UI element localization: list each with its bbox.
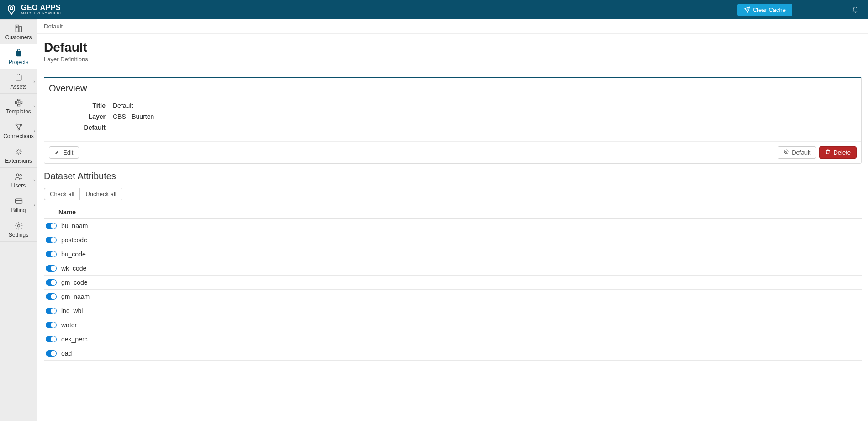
main-content: Default Default Layer Definitions Overvi… [37,19,868,421]
gear-icon [14,221,23,231]
paper-plane-icon [744,6,750,13]
attribute-row: bu_code [44,247,862,261]
delete-button[interactable]: Delete [819,146,857,159]
sidebar-item-connections[interactable]: Connections › [0,118,37,143]
page-header: Default Layer Definitions [37,34,868,69]
svg-rect-14 [15,199,22,203]
overview-label: Default [49,124,113,131]
sidebar-label: Projects [9,59,28,65]
sidebar-item-users[interactable]: Users › [0,168,37,192]
attribute-name: water [61,321,77,329]
attribute-toggle[interactable] [46,223,57,229]
sidebar-item-customers[interactable]: Customers [0,20,37,44]
attribute-toggle[interactable] [46,336,57,342]
attribute-toggle[interactable] [46,350,57,357]
sidebar-label: Billing [11,207,26,213]
connections-icon [14,122,23,132]
sidebar-label: Settings [9,232,28,238]
svg-point-16 [17,224,20,227]
svg-rect-5 [16,51,21,56]
brand: GEO APPS MAPS EVERYWHERE [5,4,63,16]
attribute-name: gm_code [61,279,88,286]
check-all-button[interactable]: Check all [44,188,80,200]
attribute-name: bu_code [61,250,86,258]
users-icon [14,171,23,181]
overview-row-title: Title Default [49,100,857,111]
templates-icon [14,97,23,107]
sidebar-label: Templates [6,108,31,115]
attribute-row: water [44,318,862,332]
attribute-name: ind_wbi [61,307,83,314]
breadcrumb[interactable]: Default [37,19,868,34]
chevron-right-icon: › [33,103,35,109]
attribute-row: bu_naam [44,219,862,233]
attribute-toggle[interactable] [46,251,57,257]
attribute-toggle[interactable] [46,265,57,272]
bell-icon [852,5,859,13]
attribute-table-header: Name [44,206,862,219]
attribute-name: gm_naam [61,293,90,300]
default-button[interactable]: Default [778,146,816,159]
sidebar-label: Extensions [5,158,32,164]
attribute-name: postcode [61,236,87,244]
chevron-right-icon: › [33,128,35,133]
overview-value: — [113,124,119,131]
chevron-right-icon: › [33,79,35,84]
attribute-row: oad [44,346,862,361]
sidebar-item-settings[interactable]: Settings [0,217,37,242]
attribute-toggle[interactable] [46,322,57,328]
clear-cache-label: Clear Cache [753,6,786,13]
notifications-button[interactable] [852,5,859,14]
attribute-row: gm_naam [44,290,862,304]
customers-icon [14,23,23,33]
sidebar-item-projects[interactable]: Projects [0,44,37,69]
sidebar-label: Customers [5,34,32,41]
target-icon [783,149,789,156]
sidebar-label: Assets [10,84,26,90]
sidebar-item-templates[interactable]: Templates › [0,94,37,118]
svg-rect-2 [19,26,21,32]
clear-cache-button[interactable]: Clear Cache [737,4,792,16]
extensions-icon [14,147,23,157]
svg-point-0 [10,7,13,10]
overview-title: Overview [44,78,861,98]
overview-value: Default [113,102,133,109]
edit-icon [55,149,60,156]
sidebar-item-extensions[interactable]: Extensions [0,143,37,168]
svg-point-18 [786,151,787,153]
sidebar: Customers Projects Assets › Templates › [0,19,37,421]
attribute-toggle[interactable] [46,293,57,300]
attribute-row: wk_code [44,261,862,276]
delete-label: Delete [833,149,851,156]
attribute-name: dek_perc [61,336,88,343]
overview-value: CBS - Buurten [113,113,154,120]
attribute-name: bu_naam [61,222,88,229]
brand-title: GEO APPS [21,4,63,11]
sidebar-label: Connections [3,133,34,139]
edit-button[interactable]: Edit [49,146,79,159]
attribute-toggle[interactable] [46,308,57,314]
sidebar-item-billing[interactable]: Billing › [0,192,37,217]
chevron-right-icon: › [33,177,35,183]
attribute-toggle[interactable] [46,237,57,243]
sidebar-item-assets[interactable]: Assets › [0,69,37,94]
attribute-row: dek_perc [44,332,862,346]
sidebar-label: Users [11,182,26,189]
svg-point-13 [20,174,21,176]
attribute-toggle[interactable] [46,279,57,286]
dataset-attributes-title: Dataset Attributes [44,171,862,181]
top-bar: GEO APPS MAPS EVERYWHERE Clear Cache [0,0,868,19]
overview-label: Layer [49,113,113,120]
page-title: Default [44,40,862,55]
edit-label: Edit [63,149,73,156]
svg-rect-6 [16,75,21,80]
attribute-row: gm_code [44,276,862,290]
overview-row-layer: Layer CBS - Buurten [49,111,857,122]
projects-icon [14,48,23,58]
uncheck-all-button[interactable]: Uncheck all [80,188,122,200]
svg-point-11 [18,128,19,130]
attribute-name: wk_code [61,265,86,272]
page-subtitle: Layer Definitions [44,56,862,63]
overview-panel: Overview Title Default Layer CBS - Buurt… [44,77,862,164]
attribute-name: oad [61,350,72,357]
